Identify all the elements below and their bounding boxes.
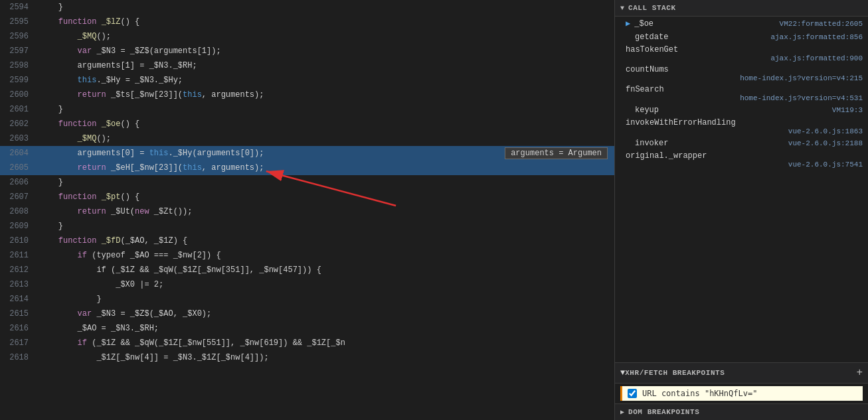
code-line: 2609 }: [0, 219, 614, 234]
call-stack-triangle: ▼: [620, 5, 624, 12]
line-number: 2598: [0, 61, 37, 70]
dom-title: DOM Breakpoints: [628, 408, 699, 416]
code-editor: 2594 }2595 function _$lZ() {2596 _$MQ();…: [0, 0, 615, 420]
call-stack-item[interactable]: invokeWithErrorHandlingvue-2.6.0.js:1863: [615, 117, 868, 137]
line-content: function _$lZ() {: [37, 17, 614, 27]
call-stack-item[interactable]: invokervue-2.6.0.js:2188: [615, 137, 868, 150]
xhr-checkbox[interactable]: [628, 389, 637, 398]
code-line: 2602 function _$oe() {: [0, 117, 614, 131]
call-stack-section: ▼ Call Stack ▶_$oeVM22:formatted:2605get…: [615, 0, 868, 362]
xhr-triangle: ▼: [620, 368, 625, 378]
code-line: 2617 if (_$1Z && _$qW(_$1Z[_$nw[551]], _…: [0, 336, 614, 350]
dom-section: ▶ DOM Breakpoints: [615, 403, 868, 420]
code-line: 2598 arguments[1] = _$N3._$RH;: [0, 58, 614, 73]
xhr-title: XHR/fetch Breakpoints: [625, 369, 725, 377]
line-content: var _$N3 = _$Z$(arguments[1]);: [37, 46, 614, 56]
line-number: 2606: [0, 178, 37, 187]
code-line: 2615 var _$N3 = _$Z$(_$AO, _$X0);: [0, 307, 614, 321]
code-line: 2597 var _$N3 = _$Z$(arguments[1]);: [0, 44, 614, 58]
call-stack-item[interactable]: getdateajax.js:formatted:856: [615, 31, 868, 44]
code-line: 2599 this._$Hy = _$N3._$Hy;: [0, 73, 614, 88]
call-stack-item[interactable]: original._wrappervue-2.6.0.js:7541: [615, 150, 868, 170]
code-line: 2600 return _$ts[_$nw[23]](this, argumen…: [0, 88, 614, 102]
line-content: }: [37, 3, 614, 12]
line-content: function _$pt() {: [37, 192, 614, 202]
code-line: 2606 }: [0, 175, 614, 190]
cs-location: ajax.js:formatted:900: [770, 54, 863, 62]
call-stack-item[interactable]: fnSearchhome-index.js?version=v4:531: [615, 84, 868, 104]
line-content: var _$N3 = _$Z$(_$AO, _$X0);: [37, 309, 614, 318]
line-number: 2613: [0, 280, 37, 289]
code-line: 2611 if (typeof _$AO === _$nw[2]) {: [0, 248, 614, 263]
line-content: if (_$1Z && _$qW(_$1Z[_$nw[351]], _$nw[4…: [37, 265, 614, 275]
call-stack-item[interactable]: keyupVM119:3: [615, 104, 868, 117]
code-line: 2618 _$1Z[_$nw[4]] = _$N3._$1Z[_$nw[4]])…: [0, 350, 614, 365]
cs-location: ajax.js:formatted:856: [770, 33, 863, 41]
xhr-header[interactable]: ▼ XHR/fetch Breakpoints +: [615, 363, 868, 384]
xhr-breakpoint-item[interactable]: URL contains "hKHnQfLv=": [620, 386, 863, 401]
code-line: 2604 arguments[0] = this._$Hy(arguments[…: [0, 146, 614, 161]
cs-function-name: fnSearch: [626, 85, 692, 94]
line-number: 2611: [0, 251, 37, 260]
code-line: 2613 _$X0 |= 2;: [0, 277, 614, 292]
line-number: 2610: [0, 236, 37, 245]
line-number: 2612: [0, 265, 37, 275]
line-content: }: [37, 178, 614, 187]
call-stack-title: Call Stack: [628, 4, 676, 12]
code-line: 2595 function _$lZ() {: [0, 15, 614, 29]
cs-function-name: _$oe: [634, 19, 701, 29]
line-number: 2599: [0, 76, 37, 85]
line-number: 2603: [0, 134, 37, 143]
cs-location: vue-2.6.0.js:1863: [788, 127, 863, 135]
line-content: return _$ts[_$nw[23]](this, arguments);: [37, 90, 614, 100]
line-number: 2614: [0, 295, 37, 304]
cs-location: home-index.js?version=v4:531: [740, 94, 863, 102]
xhr-item-container: URL contains "hKHnQfLv=": [618, 386, 865, 401]
dom-header[interactable]: ▶ DOM Breakpoints: [615, 404, 868, 420]
code-line: 2596 _$MQ();: [0, 29, 614, 44]
line-number: 2617: [0, 338, 37, 348]
code-line: 2612 if (_$1Z && _$qW(_$1Z[_$nw[351]], _…: [0, 263, 614, 277]
cs-function-name: getdate: [626, 33, 692, 42]
code-line: 2608 return _$Ut(new _$Zt());: [0, 204, 614, 219]
line-content: }: [37, 295, 614, 304]
line-content: _$AO = _$N3._$RH;: [37, 324, 614, 333]
call-stack-item[interactable]: hasTokenGetajax.js:formatted:900: [615, 44, 868, 64]
line-number: 2605: [0, 163, 37, 173]
line-content: if (_$1Z && _$qW(_$1Z[_$nw[551]], _$nw[6…: [37, 338, 614, 348]
line-number: 2594: [0, 3, 37, 12]
cs-function-name: hasTokenGet: [626, 45, 692, 54]
line-content: return _$eH[_$nw[23]](this, arguments);: [37, 163, 614, 173]
code-line: 2607 function _$pt() {: [0, 190, 614, 204]
line-number: 2615: [0, 309, 37, 318]
line-content: _$1Z[_$nw[4]] = _$N3._$1Z[_$nw[4]]);: [37, 353, 614, 362]
call-stack-header[interactable]: ▼ Call Stack: [615, 0, 868, 17]
line-content: arguments[0] = this._$Hy(arguments[0]);: [37, 149, 614, 158]
line-number: 2596: [0, 32, 37, 41]
line-number: 2601: [0, 105, 37, 114]
code-line: 2614 }: [0, 292, 614, 307]
cs-function-name: invoker: [626, 139, 692, 148]
cs-location: home-index.js?version=v4:215: [740, 74, 863, 82]
line-number: 2597: [0, 46, 37, 56]
cs-active-arrow: ▶: [626, 19, 630, 29]
line-content: function _$oe() {: [37, 119, 614, 129]
code-line: 2601 }: [0, 102, 614, 117]
cs-location: vue-2.6.0.js:2188: [788, 139, 863, 147]
line-content: _$MQ();: [37, 32, 614, 41]
cs-function-name: original._wrapper: [626, 151, 707, 161]
cs-location: VM22:formatted:2605: [780, 20, 863, 28]
line-content: }: [37, 222, 614, 231]
line-content: _$X0 |= 2;: [37, 280, 614, 289]
line-number: 2595: [0, 17, 37, 27]
xhr-item-text: URL contains "hKHnQfLv=": [642, 389, 757, 398]
cs-function-name: keyup: [626, 105, 692, 115]
line-content: }: [37, 105, 614, 114]
call-stack-list[interactable]: ▶_$oeVM22:formatted:2605getdateajax.js:f…: [615, 17, 868, 362]
code-lines: 2594 }2595 function _$lZ() {2596 _$MQ();…: [0, 0, 614, 420]
call-stack-item[interactable]: countNumshome-index.js?version=v4:215: [615, 64, 868, 84]
line-number: 2607: [0, 192, 37, 202]
call-stack-item[interactable]: ▶_$oeVM22:formatted:2605: [615, 17, 868, 31]
line-content: arguments[1] = _$N3._$RH;: [37, 61, 614, 70]
xhr-add-button[interactable]: +: [856, 367, 863, 379]
